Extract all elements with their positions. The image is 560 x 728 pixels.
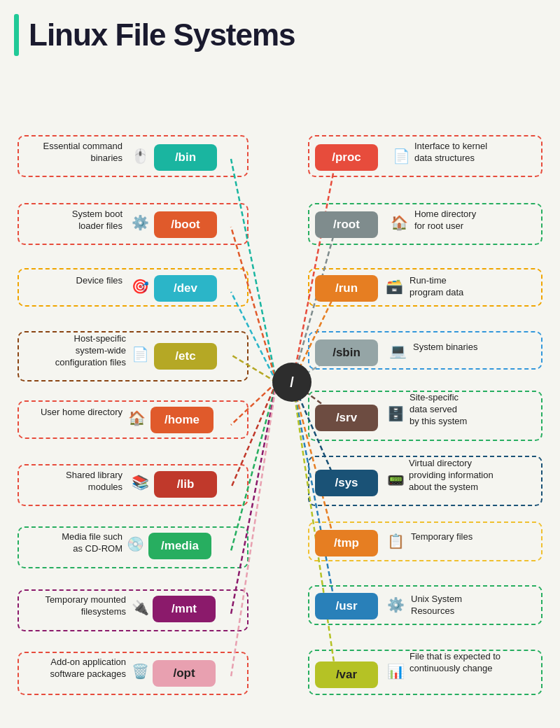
label-lib: Shared librarymodules <box>18 470 122 493</box>
title-bar: Linux File Systems <box>14 14 546 56</box>
center-node: / <box>272 363 312 402</box>
label-sbin: System binaries <box>413 342 477 354</box>
diagram-area: / Essential commandbinaries 🖱️ /bin Syst… <box>14 69 546 727</box>
icon-proc: 📄 <box>388 144 414 169</box>
icon-etc: 📄 <box>127 342 153 367</box>
dir-mnt: /mnt <box>153 596 216 622</box>
icon-bin: 🖱️ <box>127 144 153 169</box>
label-mnt: Temporary mountedfilesystems <box>18 594 126 618</box>
title-accent <box>14 14 19 56</box>
label-home: User home directory <box>18 407 122 419</box>
label-run: Run-timeprogram data <box>410 275 463 299</box>
dir-boot: /boot <box>154 211 217 238</box>
label-var: File that is expected tocontinuously cha… <box>410 651 500 675</box>
dir-sys: /sys <box>315 470 378 496</box>
icon-srv: 🗄️ <box>383 401 408 426</box>
dir-lib: /lib <box>154 471 217 498</box>
icon-tmp: 📋 <box>383 528 408 554</box>
label-boot: System bootloader files <box>18 209 122 232</box>
label-dev: Device files <box>18 275 122 287</box>
dir-srv: /srv <box>315 405 378 431</box>
dir-sbin: /sbin <box>315 340 378 366</box>
page: Linux File Systems <box>0 0 560 728</box>
dir-etc: /etc <box>154 343 217 370</box>
dir-usr: /usr <box>315 593 378 620</box>
icon-usr: ⚙️ <box>383 592 408 617</box>
icon-run: 🗃️ <box>382 274 407 299</box>
icon-sys: 📟 <box>383 468 408 493</box>
label-usr: Unix SystemResources <box>411 594 462 617</box>
icon-var: 📊 <box>383 659 408 684</box>
icon-root: 🏠 <box>386 210 412 235</box>
label-bin: Essential commandbinaries <box>18 141 122 164</box>
dir-media: /media <box>148 533 211 559</box>
icon-sbin: 💻 <box>385 338 410 363</box>
label-etc: Host-specificsystem-wideconfiguration fi… <box>18 333 126 369</box>
label-media: Media file suchas CD-ROM <box>18 531 122 555</box>
dir-root: /root <box>315 211 378 238</box>
icon-media: 💿 <box>122 531 148 556</box>
icon-home: 🏠 <box>124 405 149 430</box>
label-proc: Interface to kerneldata structures <box>414 141 487 164</box>
dir-bin: /bin <box>154 144 217 171</box>
dir-tmp: /tmp <box>315 530 378 556</box>
icon-dev: 🎯 <box>127 274 153 299</box>
label-tmp: Temporary files <box>411 531 472 543</box>
page-title: Linux File Systems <box>29 18 295 52</box>
dir-run: /run <box>315 275 378 302</box>
dir-proc: /proc <box>315 144 378 171</box>
label-root: Home directoryfor root user <box>414 209 476 232</box>
dir-home: /home <box>150 407 214 433</box>
icon-lib: 📚 <box>127 470 153 495</box>
label-srv: Site-specificdata servedby this system <box>410 392 467 428</box>
icon-opt: 🗑️ <box>127 659 153 684</box>
dir-opt: /opt <box>153 660 216 687</box>
icon-mnt: 🔌 <box>127 595 153 620</box>
label-opt: Add-on applicationsoftware packages <box>18 657 126 680</box>
dir-dev: /dev <box>154 275 217 302</box>
label-sys: Virtual directoryproviding informationab… <box>409 458 493 493</box>
dir-var: /var <box>315 662 378 688</box>
icon-boot: ⚙️ <box>127 210 153 235</box>
